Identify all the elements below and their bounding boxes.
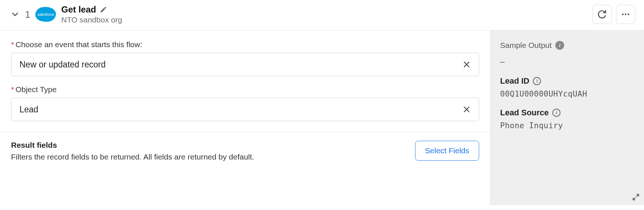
required-asterisk: * (11, 40, 14, 49)
chevron-down-icon[interactable] (10, 10, 20, 19)
object-type-select[interactable]: Lead (11, 98, 479, 121)
event-field-label: *Choose an event that starts this flow: (11, 40, 479, 49)
more-actions-button[interactable] (616, 5, 635, 24)
salesforce-icon: salesforce (35, 7, 56, 22)
sample-field-value: Phone Inquiry (500, 121, 634, 130)
event-select-value: New or updated record (20, 60, 106, 70)
result-fields-text: Result fields Filters the record fields … (11, 141, 415, 161)
event-select[interactable]: New or updated record (11, 53, 479, 76)
result-fields-description: Filters the record fields to be returned… (11, 153, 415, 161)
sample-output-title: Sample Output (500, 41, 552, 50)
event-field-group: *Choose an event that starts this flow: … (11, 40, 479, 76)
expand-icon[interactable] (632, 193, 640, 201)
info-icon[interactable]: i (533, 77, 541, 85)
refresh-button[interactable] (592, 5, 612, 24)
object-type-field-group: *Object Type Lead (11, 85, 479, 121)
step-number: 1 (25, 9, 30, 20)
step-title-row: Get lead (61, 4, 122, 15)
sample-field-label: Lead ID i (500, 76, 634, 86)
sample-field-value: 00Q1U00000UHYcqUAH (500, 90, 634, 98)
clear-icon[interactable] (463, 105, 471, 113)
result-fields-title: Result fields (11, 141, 415, 150)
sample-field-lead-id: Lead ID i 00Q1U00000UHYcqUAH (500, 76, 634, 98)
step-header-left: 1 salesforce Get lead NTO sandbox org (10, 4, 592, 24)
sample-field-label: Lead Source i (500, 108, 634, 118)
step-titles: Get lead NTO sandbox org (61, 4, 122, 24)
header-actions (592, 5, 635, 24)
step-title: Get lead (61, 4, 96, 15)
result-fields-section: Result fields Filters the record fields … (0, 132, 490, 161)
sample-field-lead-source: Lead Source i Phone Inquiry (500, 108, 634, 130)
object-type-select-value: Lead (20, 105, 38, 115)
svg-point-0 (622, 14, 623, 15)
info-icon[interactable]: i (555, 41, 564, 50)
edit-icon[interactable] (100, 6, 107, 13)
sample-output-dash: – (500, 57, 634, 67)
select-fields-button[interactable]: Select Fields (415, 141, 479, 161)
object-type-field-label: *Object Type (11, 85, 479, 94)
sample-output-header: Sample Output i (500, 41, 634, 50)
required-asterisk: * (11, 85, 14, 94)
svg-point-1 (625, 14, 626, 15)
svg-point-2 (627, 14, 629, 15)
step-subtitle: NTO sandbox org (61, 15, 122, 24)
sample-output-panel: Sample Output i – Lead ID i 00Q1U00000UH… (490, 31, 644, 205)
clear-icon[interactable] (463, 60, 471, 69)
step-header: 1 salesforce Get lead NTO sandbox org (0, 0, 644, 31)
info-icon[interactable]: i (552, 109, 560, 117)
content: *Choose an event that starts this flow: … (0, 31, 644, 205)
config-panel: *Choose an event that starts this flow: … (0, 31, 490, 205)
